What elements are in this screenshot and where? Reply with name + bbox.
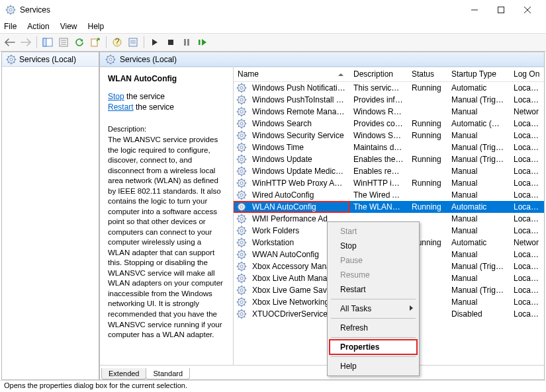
service-props-button[interactable] [126, 35, 140, 50]
show-hide-tree-button[interactable] [40, 35, 55, 50]
gear-icon [236, 249, 247, 260]
description-label: Description: [108, 124, 225, 134]
gear-icon [236, 309, 247, 319]
tab-extended[interactable]: Extended [101, 368, 146, 379]
service-description: The WLANSVC service provides the logic r… [108, 135, 225, 340]
col-status[interactable]: Status [408, 67, 447, 81]
service-status: Running [408, 155, 447, 164]
service-name: Windows PushToInstall Serv… [248, 95, 349, 104]
start-service-button[interactable] [148, 35, 162, 50]
service-startup: Manual (Trig… [447, 262, 510, 271]
list-header[interactable]: Name Description Status Startup Type Log… [234, 67, 544, 82]
service-startup: Manual [447, 274, 510, 283]
nav-tree[interactable]: Services (Local) [2, 52, 100, 379]
service-startup: Automatic [447, 238, 510, 247]
title-bar: Services [0, 0, 546, 20]
gear-icon [236, 190, 247, 200]
menu-view[interactable]: View [60, 22, 77, 31]
service-logon: Local Sy [510, 155, 544, 164]
detail-pane: WLAN AutoConfig Stop the service Restart… [100, 67, 234, 365]
menu-file[interactable]: File [4, 22, 17, 31]
menu-item-stop[interactable]: Stop [330, 239, 417, 253]
gear-icon [236, 237, 247, 248]
context-menu[interactable]: StartStopPauseResumeRestartAll TasksRefr… [327, 221, 420, 376]
service-row[interactable]: WinHTTP Web Proxy Auto-…WinHTTP i…Runnin… [234, 177, 544, 189]
service-startup: Manual [447, 107, 510, 116]
menu-item-restart[interactable]: Restart [330, 282, 417, 297]
service-desc: Enables the … [349, 155, 408, 164]
col-description[interactable]: Description [349, 67, 408, 81]
main-frame: Services (Local) Services (Local) WLAN A… [1, 52, 545, 380]
menu-separator [331, 337, 416, 338]
service-logon: Local Sy [510, 131, 544, 140]
gear-icon [236, 273, 247, 284]
service-logon: Local Sy [510, 297, 544, 307]
gear-icon [236, 285, 247, 295]
window-title: Services [20, 5, 461, 15]
service-logon: Networ [510, 238, 544, 247]
stop-service-button[interactable] [163, 35, 178, 50]
service-startup: Manual [447, 250, 510, 259]
forward-button[interactable] [19, 35, 33, 50]
col-logon[interactable]: Log On [510, 67, 544, 81]
svg-rect-23 [129, 38, 137, 46]
service-row[interactable]: Windows TimeMaintains d…Manual (Trig…Loc… [234, 141, 544, 153]
menu-help[interactable]: Help [88, 22, 105, 31]
service-row[interactable]: Windows PushToInstall Serv…Provides inf…… [234, 94, 544, 106]
help-toolbar-button[interactable]: ? [110, 35, 124, 50]
col-startup[interactable]: Startup Type [447, 67, 510, 81]
menu-separator [331, 356, 416, 357]
service-row[interactable]: Windows Security ServiceWindows Se…Runni… [234, 130, 544, 141]
tab-standard[interactable]: Standard [146, 368, 190, 379]
export-list-button[interactable] [88, 35, 103, 50]
svg-rect-15 [43, 38, 46, 46]
service-logon: Local Sy [510, 309, 544, 319]
service-logon: Local Sy [510, 95, 544, 104]
svg-rect-26 [168, 40, 173, 45]
service-status: Running [408, 178, 447, 188]
service-startup: Manual (Trig… [447, 155, 510, 164]
service-row[interactable]: Wired AutoConfigThe Wired A…ManualLocal … [234, 189, 544, 201]
service-startup: Manual [447, 167, 510, 176]
service-row[interactable]: Windows UpdateEnables the …RunningManual… [234, 153, 544, 165]
service-row[interactable]: Windows Remote Manage…Windows R…ManualNe… [234, 106, 544, 118]
close-button[interactable] [514, 0, 541, 20]
menu-bar: File Action View Help [0, 20, 546, 33]
service-row[interactable]: Windows SearchProvides co…RunningAutomat… [234, 118, 544, 130]
service-name: Wired AutoConfig [248, 190, 349, 200]
restart-service-link[interactable]: Restart [108, 102, 134, 112]
back-button[interactable] [3, 35, 17, 50]
service-desc: This service … [349, 83, 408, 93]
gear-icon [236, 154, 247, 165]
service-row[interactable]: Windows Push Notification…This service …… [234, 82, 544, 94]
col-name[interactable]: Name [234, 67, 349, 81]
minimize-button[interactable] [461, 0, 488, 20]
svg-rect-11 [498, 7, 504, 13]
menu-action[interactable]: Action [27, 22, 49, 31]
menu-item-help[interactable]: Help [330, 359, 417, 373]
gear-icon [236, 202, 247, 212]
properties-toolbar-button[interactable] [56, 35, 71, 50]
app-gear-icon [5, 5, 16, 15]
gear-icon [236, 178, 247, 188]
pause-service-button[interactable] [179, 35, 194, 50]
stop-service-link[interactable]: Stop [108, 92, 124, 101]
service-desc: The Wired A… [349, 190, 408, 200]
service-desc: Maintains d… [349, 143, 408, 152]
service-row[interactable]: Windows Update Medic Ser…Enables rem…Man… [234, 165, 544, 177]
menu-item-all-tasks[interactable]: All Tasks [330, 301, 417, 316]
maximize-button[interactable] [488, 0, 514, 20]
service-name: Windows Search [248, 119, 349, 128]
menu-item-refresh[interactable]: Refresh [330, 321, 417, 335]
gear-icon [236, 83, 247, 93]
selected-service-title: WLAN AutoConfig [108, 74, 225, 83]
gear-icon [105, 54, 116, 65]
service-status: Running [408, 119, 447, 128]
restart-service-button[interactable] [195, 35, 210, 50]
service-logon: Local Sy [510, 274, 544, 283]
service-name: WLAN AutoConfig [248, 202, 349, 212]
menu-item-properties[interactable]: Properties [330, 340, 417, 354]
service-row[interactable]: WLAN AutoConfigThe WLANS…RunningAutomati… [234, 201, 544, 213]
service-logon: Local Sy [510, 167, 544, 176]
refresh-button[interactable] [72, 35, 87, 50]
